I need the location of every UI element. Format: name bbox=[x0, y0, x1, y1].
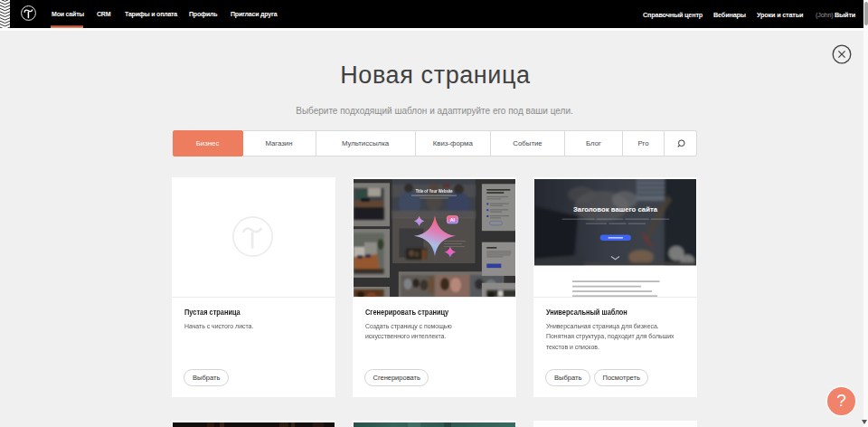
svg-text:Заголовок вашего сайта: Заголовок вашего сайта bbox=[573, 205, 658, 214]
svg-text:AI: AI bbox=[449, 217, 455, 223]
svg-text:Title of Your Website: Title of Your Website bbox=[415, 189, 452, 194]
